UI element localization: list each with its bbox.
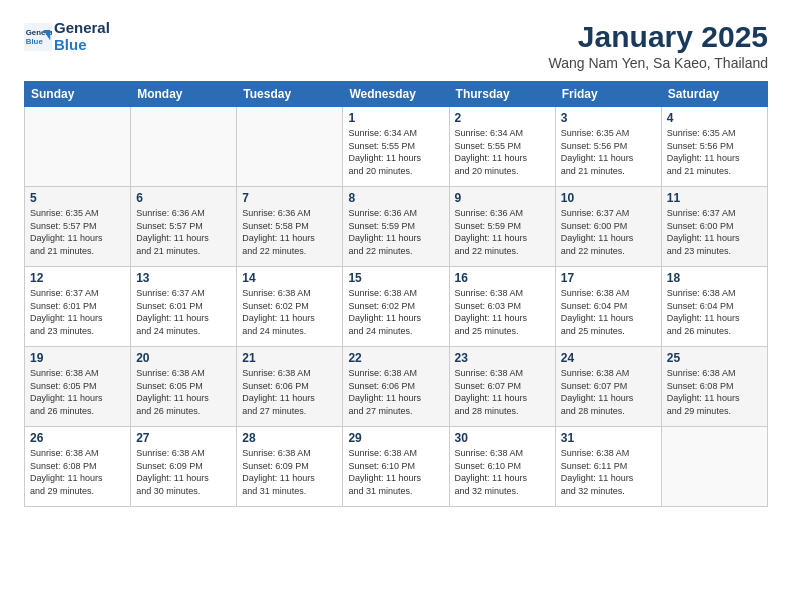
day-header: Tuesday (237, 82, 343, 107)
day-number: 22 (348, 351, 443, 365)
calendar-cell: 12Sunrise: 6:37 AM Sunset: 6:01 PM Dayli… (25, 267, 131, 347)
day-header: Friday (555, 82, 661, 107)
calendar-cell: 30Sunrise: 6:38 AM Sunset: 6:10 PM Dayli… (449, 427, 555, 507)
logo: General Blue General Blue (24, 20, 110, 53)
day-info: Sunrise: 6:38 AM Sunset: 6:05 PM Dayligh… (136, 367, 231, 417)
calendar-cell: 18Sunrise: 6:38 AM Sunset: 6:04 PM Dayli… (661, 267, 767, 347)
calendar-cell (25, 107, 131, 187)
day-number: 21 (242, 351, 337, 365)
day-info: Sunrise: 6:34 AM Sunset: 5:55 PM Dayligh… (348, 127, 443, 177)
calendar-cell: 14Sunrise: 6:38 AM Sunset: 6:02 PM Dayli… (237, 267, 343, 347)
calendar-cell (661, 427, 767, 507)
day-header: Saturday (661, 82, 767, 107)
logo-icon: General Blue (24, 23, 52, 51)
day-info: Sunrise: 6:38 AM Sunset: 6:02 PM Dayligh… (348, 287, 443, 337)
day-info: Sunrise: 6:38 AM Sunset: 6:10 PM Dayligh… (348, 447, 443, 497)
day-info: Sunrise: 6:38 AM Sunset: 6:08 PM Dayligh… (30, 447, 125, 497)
logo-text: General Blue (54, 20, 110, 53)
calendar-cell: 19Sunrise: 6:38 AM Sunset: 6:05 PM Dayli… (25, 347, 131, 427)
day-number: 20 (136, 351, 231, 365)
calendar-table: SundayMondayTuesdayWednesdayThursdayFrid… (24, 81, 768, 507)
day-number: 16 (455, 271, 550, 285)
day-header: Thursday (449, 82, 555, 107)
day-number: 10 (561, 191, 656, 205)
day-number: 1 (348, 111, 443, 125)
day-info: Sunrise: 6:38 AM Sunset: 6:08 PM Dayligh… (667, 367, 762, 417)
day-info: Sunrise: 6:36 AM Sunset: 5:57 PM Dayligh… (136, 207, 231, 257)
calendar-cell (237, 107, 343, 187)
calendar-cell (131, 107, 237, 187)
calendar-week-row: 26Sunrise: 6:38 AM Sunset: 6:08 PM Dayli… (25, 427, 768, 507)
day-number: 28 (242, 431, 337, 445)
calendar-cell: 23Sunrise: 6:38 AM Sunset: 6:07 PM Dayli… (449, 347, 555, 427)
day-header: Sunday (25, 82, 131, 107)
day-number: 26 (30, 431, 125, 445)
day-info: Sunrise: 6:34 AM Sunset: 5:55 PM Dayligh… (455, 127, 550, 177)
day-number: 31 (561, 431, 656, 445)
calendar-cell: 2Sunrise: 6:34 AM Sunset: 5:55 PM Daylig… (449, 107, 555, 187)
calendar-cell: 6Sunrise: 6:36 AM Sunset: 5:57 PM Daylig… (131, 187, 237, 267)
calendar-cell: 3Sunrise: 6:35 AM Sunset: 5:56 PM Daylig… (555, 107, 661, 187)
day-info: Sunrise: 6:38 AM Sunset: 6:05 PM Dayligh… (30, 367, 125, 417)
calendar-cell: 9Sunrise: 6:36 AM Sunset: 5:59 PM Daylig… (449, 187, 555, 267)
day-info: Sunrise: 6:38 AM Sunset: 6:07 PM Dayligh… (561, 367, 656, 417)
day-number: 27 (136, 431, 231, 445)
calendar-cell: 10Sunrise: 6:37 AM Sunset: 6:00 PM Dayli… (555, 187, 661, 267)
calendar-cell: 29Sunrise: 6:38 AM Sunset: 6:10 PM Dayli… (343, 427, 449, 507)
day-info: Sunrise: 6:38 AM Sunset: 6:04 PM Dayligh… (667, 287, 762, 337)
day-info: Sunrise: 6:37 AM Sunset: 6:01 PM Dayligh… (30, 287, 125, 337)
day-number: 4 (667, 111, 762, 125)
calendar-cell: 1Sunrise: 6:34 AM Sunset: 5:55 PM Daylig… (343, 107, 449, 187)
day-number: 17 (561, 271, 656, 285)
day-info: Sunrise: 6:37 AM Sunset: 6:00 PM Dayligh… (561, 207, 656, 257)
day-number: 2 (455, 111, 550, 125)
day-info: Sunrise: 6:36 AM Sunset: 5:58 PM Dayligh… (242, 207, 337, 257)
day-header: Wednesday (343, 82, 449, 107)
day-number: 29 (348, 431, 443, 445)
calendar-cell: 7Sunrise: 6:36 AM Sunset: 5:58 PM Daylig… (237, 187, 343, 267)
calendar-page: General Blue General Blue January 2025 W… (0, 0, 792, 612)
day-info: Sunrise: 6:37 AM Sunset: 6:00 PM Dayligh… (667, 207, 762, 257)
calendar-cell: 27Sunrise: 6:38 AM Sunset: 6:09 PM Dayli… (131, 427, 237, 507)
day-number: 12 (30, 271, 125, 285)
calendar-cell: 5Sunrise: 6:35 AM Sunset: 5:57 PM Daylig… (25, 187, 131, 267)
day-number: 7 (242, 191, 337, 205)
day-number: 13 (136, 271, 231, 285)
day-info: Sunrise: 6:38 AM Sunset: 6:02 PM Dayligh… (242, 287, 337, 337)
day-number: 3 (561, 111, 656, 125)
calendar-week-row: 5Sunrise: 6:35 AM Sunset: 5:57 PM Daylig… (25, 187, 768, 267)
calendar-cell: 24Sunrise: 6:38 AM Sunset: 6:07 PM Dayli… (555, 347, 661, 427)
svg-text:Blue: Blue (26, 37, 44, 46)
calendar-title: January 2025 (549, 20, 768, 53)
day-info: Sunrise: 6:38 AM Sunset: 6:09 PM Dayligh… (136, 447, 231, 497)
day-number: 23 (455, 351, 550, 365)
calendar-cell: 31Sunrise: 6:38 AM Sunset: 6:11 PM Dayli… (555, 427, 661, 507)
day-number: 18 (667, 271, 762, 285)
day-header: Monday (131, 82, 237, 107)
day-number: 25 (667, 351, 762, 365)
calendar-cell: 16Sunrise: 6:38 AM Sunset: 6:03 PM Dayli… (449, 267, 555, 347)
day-info: Sunrise: 6:37 AM Sunset: 6:01 PM Dayligh… (136, 287, 231, 337)
calendar-week-row: 12Sunrise: 6:37 AM Sunset: 6:01 PM Dayli… (25, 267, 768, 347)
day-info: Sunrise: 6:35 AM Sunset: 5:56 PM Dayligh… (667, 127, 762, 177)
day-info: Sunrise: 6:38 AM Sunset: 6:04 PM Dayligh… (561, 287, 656, 337)
calendar-subtitle: Wang Nam Yen, Sa Kaeo, Thailand (549, 55, 768, 71)
day-info: Sunrise: 6:36 AM Sunset: 5:59 PM Dayligh… (455, 207, 550, 257)
calendar-cell: 15Sunrise: 6:38 AM Sunset: 6:02 PM Dayli… (343, 267, 449, 347)
calendar-cell: 8Sunrise: 6:36 AM Sunset: 5:59 PM Daylig… (343, 187, 449, 267)
calendar-cell: 13Sunrise: 6:37 AM Sunset: 6:01 PM Dayli… (131, 267, 237, 347)
day-info: Sunrise: 6:38 AM Sunset: 6:03 PM Dayligh… (455, 287, 550, 337)
day-info: Sunrise: 6:36 AM Sunset: 5:59 PM Dayligh… (348, 207, 443, 257)
day-number: 9 (455, 191, 550, 205)
day-number: 5 (30, 191, 125, 205)
calendar-cell: 22Sunrise: 6:38 AM Sunset: 6:06 PM Dayli… (343, 347, 449, 427)
day-info: Sunrise: 6:38 AM Sunset: 6:07 PM Dayligh… (455, 367, 550, 417)
day-info: Sunrise: 6:38 AM Sunset: 6:06 PM Dayligh… (348, 367, 443, 417)
day-info: Sunrise: 6:38 AM Sunset: 6:10 PM Dayligh… (455, 447, 550, 497)
day-number: 6 (136, 191, 231, 205)
calendar-cell: 25Sunrise: 6:38 AM Sunset: 6:08 PM Dayli… (661, 347, 767, 427)
calendar-cell: 17Sunrise: 6:38 AM Sunset: 6:04 PM Dayli… (555, 267, 661, 347)
day-number: 11 (667, 191, 762, 205)
day-info: Sunrise: 6:35 AM Sunset: 5:57 PM Dayligh… (30, 207, 125, 257)
day-info: Sunrise: 6:38 AM Sunset: 6:11 PM Dayligh… (561, 447, 656, 497)
